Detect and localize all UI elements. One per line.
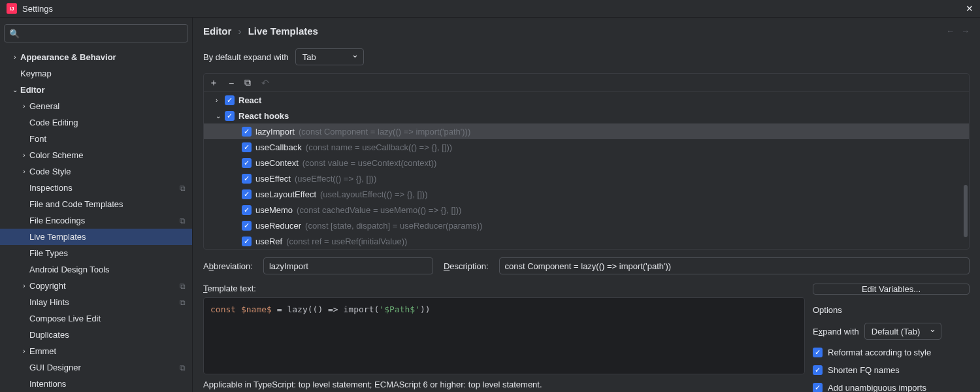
revert-icon: ↶ (261, 78, 269, 88)
remove-icon[interactable]: − (229, 78, 234, 88)
sidebar-item[interactable]: ›Code Style (0, 163, 192, 180)
search-input[interactable] (4, 24, 188, 42)
sidebar-item[interactable]: Live Templates (0, 229, 192, 245)
chevron-icon: › (20, 168, 29, 175)
template-item[interactable]: ✓lazyImport(const Component = lazy(() =>… (204, 123, 969, 139)
checkbox-icon[interactable]: ✓ (242, 237, 252, 246)
breadcrumb-part: Live Templates (248, 25, 318, 37)
window-title: Settings (22, 4, 53, 14)
sidebar-item[interactable]: Intentions (0, 376, 192, 392)
expand-with-label: Expand with (813, 327, 859, 336)
template-name: lazyImport (255, 127, 295, 137)
sidebar-item[interactable]: Android Design Tools (0, 261, 192, 278)
template-group[interactable]: ›✓React (204, 92, 969, 108)
description-label: Description: (444, 261, 489, 271)
template-name: useContext (255, 158, 299, 168)
applicable-contexts: Applicable in TypeScript: top level stat… (203, 380, 805, 389)
sidebar-item-label: File and Code Templates (29, 199, 123, 209)
checkbox-icon[interactable]: ✓ (813, 348, 823, 357)
scrollbar[interactable] (964, 185, 968, 237)
sidebar-item[interactable]: Keymap (0, 65, 192, 82)
sidebar-item-label: Live Templates (29, 232, 86, 242)
sidebar-item-label: Copyright (29, 281, 66, 291)
checkbox-icon[interactable]: ✓ (242, 158, 252, 168)
sidebar-item[interactable]: Compose Live Edit (0, 310, 192, 327)
sidebar-item[interactable]: Font (0, 131, 192, 147)
template-item[interactable]: ✓useContext(const value = useContext(con… (204, 155, 969, 171)
checkbox-icon[interactable]: ✓ (242, 174, 252, 184)
template-text-label: Template text: (203, 284, 805, 293)
scope-badge-icon: ⧉ (180, 184, 186, 193)
edit-variables-button[interactable]: Edit Variables... (813, 284, 970, 295)
checkbox-icon[interactable]: ✓ (225, 95, 235, 105)
expand-default-select[interactable]: Tab (295, 48, 364, 65)
sidebar-item[interactable]: File and Code Templates (0, 196, 192, 212)
checkbox-icon[interactable]: ✓ (242, 189, 252, 199)
checkbox-icon[interactable]: ✓ (813, 383, 823, 392)
group-name: React hooks (238, 111, 289, 121)
sidebar-item[interactable]: ›Color Scheme (0, 147, 192, 163)
sidebar-item-label: Intentions (29, 379, 66, 389)
sidebar-item-label: Font (29, 134, 46, 144)
sidebar-item[interactable]: ›Emmet (0, 343, 192, 359)
sidebar-item[interactable]: Duplicates (0, 327, 192, 343)
breadcrumb-part[interactable]: Editor (203, 25, 231, 37)
sidebar-item-label: Code Editing (29, 118, 78, 127)
abbreviation-input[interactable] (263, 257, 433, 274)
checkbox-icon[interactable]: ✓ (813, 365, 823, 375)
checkbox-icon[interactable]: ✓ (242, 127, 252, 137)
sidebar-item[interactable]: Inlay Hints⧉ (0, 294, 192, 310)
expand-default-label: By default expand with (203, 52, 289, 62)
expand-with-select[interactable]: Default (Tab) (864, 323, 941, 340)
close-icon[interactable]: ✕ (966, 3, 973, 14)
add-icon[interactable]: ＋ (209, 77, 218, 89)
option-add-imports[interactable]: ✓Add unambiguous imports (813, 383, 970, 392)
group-name: React (238, 95, 261, 105)
template-desc: (useLayoutEffect(() => {}, [])) (320, 189, 428, 199)
sidebar-item[interactable]: ⌄Editor (0, 82, 192, 98)
sidebar-item-label: Code Style (29, 167, 71, 176)
template-name: useReducer (255, 221, 301, 231)
sidebar-item[interactable]: ›Copyright⧉ (0, 278, 192, 294)
template-item[interactable]: ✓useEffect(useEffect(() => {}, [])) (204, 171, 969, 186)
sidebar-item[interactable]: File Encodings⧉ (0, 212, 192, 229)
checkbox-icon[interactable]: ✓ (242, 142, 252, 152)
sidebar-item[interactable]: Code Editing (0, 114, 192, 131)
sidebar-item-label: File Encodings (29, 216, 85, 225)
template-desc: (useEffect(() => {}, [])) (295, 174, 376, 184)
sidebar-item[interactable]: ›General (0, 98, 192, 114)
template-desc: (const [state, dispatch] = useReducer(pa… (305, 221, 482, 231)
sidebar-item[interactable]: ›Appearance & Behavior (0, 49, 192, 65)
description-input[interactable] (499, 257, 970, 274)
settings-tree[interactable]: ›Appearance & BehaviorKeymap⌄Editor›Gene… (0, 49, 192, 392)
template-desc: (const Component = lazy(() => import('pa… (299, 127, 470, 137)
template-desc: (const name = useCallback(() => {}, [])) (306, 142, 452, 152)
sidebar-item-label: Appearance & Behavior (20, 52, 116, 62)
option-reformat[interactable]: ✓Reformat according to style (813, 348, 970, 357)
template-text-editor[interactable]: const $name$ = lazy(() => import('$Path$… (203, 297, 805, 374)
template-item[interactable]: ✓useLayoutEffect(useLayoutEffect(() => {… (204, 186, 969, 202)
checkbox-icon[interactable]: ✓ (242, 205, 252, 215)
template-group[interactable]: ⌄✓React hooks (204, 108, 969, 123)
chevron-icon: › (20, 103, 29, 110)
template-item[interactable]: ✓useMemo(const cachedValue = useMemo(() … (204, 202, 969, 218)
checkbox-icon[interactable]: ✓ (242, 221, 252, 231)
template-desc: (const cachedValue = useMemo(() => {}, [… (297, 205, 461, 215)
option-shorten-fq[interactable]: ✓Shorten FQ names (813, 365, 970, 375)
titlebar: Settings ✕ (0, 0, 980, 18)
nav-forward-icon[interactable]: → (961, 26, 970, 36)
content-panel: Editor › Live Templates ← → By default e… (193, 18, 980, 392)
copy-icon[interactable]: ⧉ (244, 77, 251, 88)
template-item[interactable]: ✓useCallback(const name = useCallback(()… (204, 139, 969, 155)
template-item[interactable]: ✓useReducer(const [state, dispatch] = us… (204, 218, 969, 233)
templates-list[interactable]: ›✓React⌄✓React hooks✓lazyImport(const Co… (204, 92, 969, 249)
template-item[interactable]: ✓useRef(const ref = useRef(initialValue)… (204, 233, 969, 249)
checkbox-icon[interactable]: ✓ (225, 111, 235, 121)
sidebar-item[interactable]: GUI Designer⧉ (0, 359, 192, 376)
chevron-icon: › (20, 348, 29, 355)
nav-back-icon[interactable]: ← (946, 26, 955, 36)
sidebar-item[interactable]: File Types (0, 245, 192, 261)
chevron-icon: ⌄ (216, 112, 225, 120)
breadcrumb: Editor › Live Templates (203, 25, 318, 37)
sidebar-item[interactable]: Inspections⧉ (0, 180, 192, 196)
